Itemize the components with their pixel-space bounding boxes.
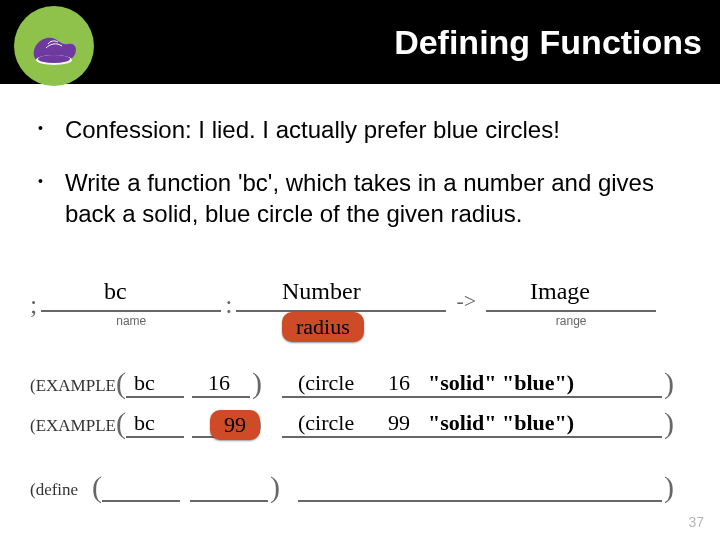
example-body-arg: 99	[388, 410, 410, 436]
open-paren: (	[116, 366, 126, 400]
callout-text: 99	[224, 412, 246, 437]
slide-title: Defining Functions	[394, 23, 702, 62]
example-body-arg: 16	[388, 370, 410, 396]
example-body-rest: "solid" "blue")	[428, 370, 574, 396]
radius-callout: radius	[282, 312, 364, 342]
close-paren: )	[664, 406, 674, 440]
example-keyword: (EXAMPLE	[30, 376, 116, 396]
example-arg: 16	[208, 370, 230, 396]
name-slot: name	[41, 282, 221, 328]
define-row: (define ( ) )	[30, 472, 690, 512]
example-fn: bc	[134, 410, 155, 436]
example-rows: (EXAMPLE ( bc 16 ) (circle 16 "solid" "b…	[30, 368, 690, 512]
example-row: (EXAMPLE ( bc ) (circle 99 "solid" "blue…	[30, 408, 690, 448]
page-number: 37	[688, 514, 704, 530]
example-body-open: (circle	[298, 410, 354, 436]
arg-callout: 99	[210, 410, 260, 440]
semicolon: ;	[30, 290, 37, 320]
close-paren: )	[252, 366, 262, 400]
example-body-rest: "solid" "blue")	[428, 410, 574, 436]
contract-line: ; name : domain -> range bc Number Image…	[30, 282, 690, 354]
shoe-logo-icon	[14, 6, 94, 86]
open-paren: (	[116, 406, 126, 440]
title-bar: Defining Functions	[0, 0, 720, 84]
example-row: (EXAMPLE ( bc 16 ) (circle 16 "solid" "b…	[30, 368, 690, 408]
arrow-icon: ->	[456, 288, 476, 314]
example-fn: bc	[134, 370, 155, 396]
example-keyword: (EXAMPLE	[30, 416, 116, 436]
list-item: • Confession: I lied. I actually prefer …	[38, 114, 692, 145]
bullet-dot-icon: •	[38, 114, 43, 142]
bullet-list: • Confession: I lied. I actually prefer …	[0, 114, 720, 230]
contract-name: bc	[104, 278, 127, 305]
close-paren: )	[664, 470, 674, 504]
contract-range: Image	[530, 278, 590, 305]
contract-domain: Number	[282, 278, 361, 305]
open-paren: (	[92, 470, 102, 504]
bullet-text: Confession: I lied. I actually prefer bl…	[65, 114, 560, 145]
colon: :	[225, 290, 232, 320]
list-item: • Write a function 'bc', which takes in …	[38, 167, 692, 229]
close-paren: )	[270, 470, 280, 504]
design-recipe: ; name : domain -> range bc Number Image…	[30, 282, 690, 354]
close-paren: )	[664, 366, 674, 400]
bullet-text: Write a function 'bc', which takes in a …	[65, 167, 692, 229]
example-body-open: (circle	[298, 370, 354, 396]
define-keyword: (define	[30, 480, 78, 500]
bullet-dot-icon: •	[38, 167, 43, 195]
callout-text: radius	[296, 314, 350, 339]
svg-point-1	[38, 55, 70, 63]
